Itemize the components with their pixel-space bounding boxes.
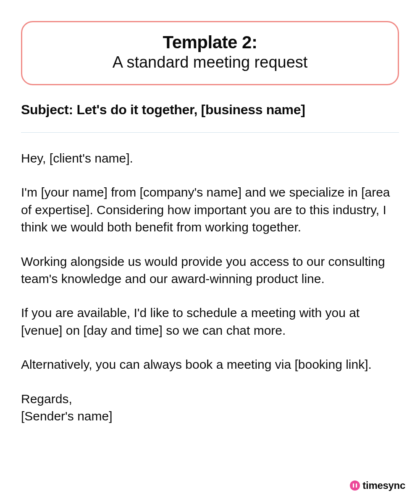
divider bbox=[21, 132, 399, 133]
closing-regards: Regards, bbox=[21, 392, 72, 406]
timesync-icon bbox=[350, 480, 360, 491]
greeting-line: Hey, [client's name]. bbox=[21, 150, 399, 167]
template-header-box: Template 2: A standard meeting request bbox=[21, 21, 399, 85]
closing: Regards, [Sender's name] bbox=[21, 390, 399, 425]
email-subject: Subject: Let's do it together, [business… bbox=[21, 102, 399, 118]
benefit-paragraph: Working alongside us would provide you a… bbox=[21, 253, 399, 288]
alternative-paragraph: Alternatively, you can always book a mee… bbox=[21, 356, 399, 373]
template-subtitle: A standard meeting request bbox=[31, 53, 389, 71]
meeting-paragraph: If you are available, I'd like to schedu… bbox=[21, 304, 399, 339]
intro-paragraph: I'm [your name] from [company's name] an… bbox=[21, 184, 399, 236]
closing-sender: [Sender's name] bbox=[21, 409, 113, 423]
email-body: Hey, [client's name]. I'm [your name] fr… bbox=[21, 150, 399, 425]
brand-logo: timesync bbox=[350, 480, 405, 491]
template-title: Template 2: bbox=[31, 32, 389, 52]
brand-name: timesync bbox=[362, 480, 405, 491]
